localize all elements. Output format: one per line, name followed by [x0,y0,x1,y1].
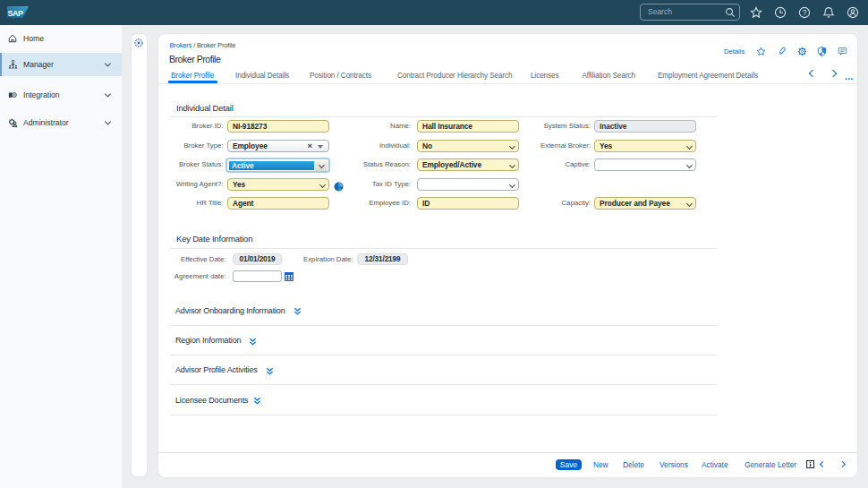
svg-text:?: ? [803,8,807,17]
svg-text:SAP: SAP [7,8,23,17]
